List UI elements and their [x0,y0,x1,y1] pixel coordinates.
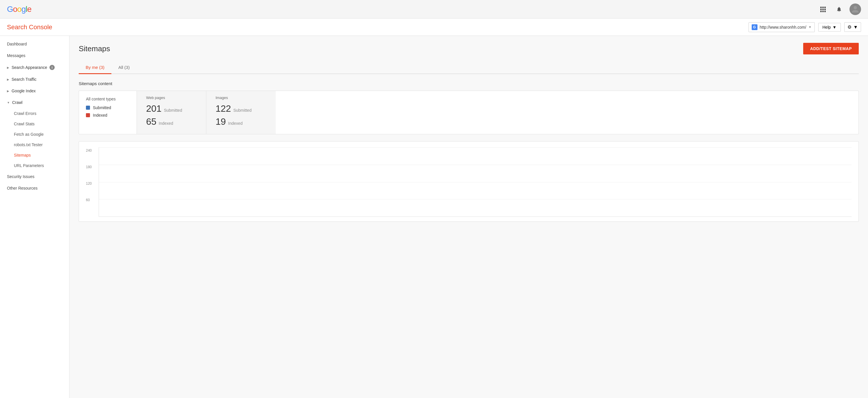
grid-line-top [99,147,851,148]
sidebar-item-other-resources[interactable]: Other Resources [0,182,69,194]
sidebar-sub-item-sitemaps[interactable]: Sitemaps [0,150,69,160]
chart-container: 240 180 120 60 [79,141,859,222]
web-pages-indexed-count: 65 [146,116,157,127]
chart-y-label-240: 240 [86,149,99,153]
url-parameters-label: URL Parameters [14,163,44,168]
legend-item-submitted: Submitted [86,105,130,110]
svg-rect-2 [824,7,826,8]
chart-y-label-120: 120 [86,182,99,186]
site-selector[interactable]: G http://www.sharonhh.com/ ▼ [748,22,815,32]
google-index-arrow: ▶ [7,89,9,93]
sidebar-item-google-index[interactable]: ▶ Google Index [0,85,69,97]
gear-icon: ⚙ [847,24,851,30]
user-avatar[interactable] [849,3,861,15]
grid-icon-button[interactable] [817,3,829,15]
sidebar-item-security-issues[interactable]: Security Issues [0,171,69,182]
sub-header: Search Console G http://www.sharonhh.com… [0,19,868,36]
sidebar-item-dashboard[interactable]: Dashboard [0,38,69,50]
legend-submitted-label: Submitted [93,105,111,110]
grid-line-75 [99,165,851,165]
search-appearance-arrow: ▶ [7,66,9,69]
svg-rect-8 [824,11,826,12]
search-appearance-info-icon[interactable]: i [50,65,55,70]
content-type-legend: All content types Submitted Indexed [79,91,137,134]
sidebar-item-messages[interactable]: Messages [0,50,69,61]
stat-images: Images 122 Submitted 19 Indexed [206,91,276,134]
top-header-right [817,3,861,15]
sidebar: Dashboard Messages ▶ Search Appearance i… [0,36,69,398]
images-indexed-row: 19 Indexed [216,116,267,127]
sidebar-item-search-traffic[interactable]: ▶ Search Traffic [0,73,69,85]
sidebar-item-crawl[interactable]: ▼ Crawl [0,97,69,108]
site-selector-chevron: ▼ [809,26,812,29]
sitemaps-label: Sitemaps [14,153,31,157]
chart-y-label-180: 180 [86,165,99,169]
messages-label: Messages [7,53,26,58]
submitted-dot [86,106,90,110]
sidebar-sub-item-robots-tester[interactable]: robots.txt Tester [0,140,69,150]
chart-y-label-60: 60 [86,198,99,202]
search-traffic-arrow: ▶ [7,78,9,81]
svg-rect-0 [820,7,822,8]
svg-rect-5 [824,9,826,10]
svg-rect-1 [822,7,824,8]
tab-all-label: All (3) [118,65,130,70]
logo-letter-o1: o [13,5,18,14]
images-submitted-row: 122 Submitted [216,103,267,114]
page-title: Sitemaps [79,44,110,53]
crawl-errors-label: Crawl Errors [14,111,36,116]
robots-tester-label: robots.txt Tester [14,143,42,147]
settings-button[interactable]: ⚙ ▼ [844,22,861,32]
crawl-label: Crawl [12,100,23,105]
logo-letter-g2: g [22,5,26,14]
settings-chevron: ▼ [853,25,858,30]
add-test-sitemap-button[interactable]: ADD/TEST SITEMAP [803,43,859,54]
logo-letter-e: e [27,5,32,14]
sidebar-sub-item-url-parameters[interactable]: URL Parameters [0,160,69,171]
search-appearance-label: Search Appearance [11,65,47,70]
google-logo: Google [7,5,31,14]
google-g-icon: G [752,24,757,30]
indexed-dot [86,113,90,117]
web-pages-submitted-label: Submitted [164,108,182,113]
web-pages-indexed-label: Indexed [159,121,173,126]
tab-all[interactable]: All (3) [112,61,136,74]
images-submitted-count: 122 [216,103,231,114]
sidebar-sub-item-crawl-errors[interactable]: Crawl Errors [0,108,69,119]
content-type-title: All content types [86,97,130,101]
images-indexed-label: Indexed [228,121,243,126]
sidebar-item-search-appearance[interactable]: ▶ Search Appearance i [0,61,69,73]
sitemaps-content-label: Sitemaps content [79,81,859,86]
google-index-label: Google Index [11,89,36,93]
web-pages-submitted-count: 201 [146,103,161,114]
tab-by-me-label: By me (3) [86,65,104,70]
grid-line-50 [99,182,851,182]
web-pages-submitted-row: 201 Submitted [146,103,197,114]
main-content: Sitemaps ADD/TEST SITEMAP By me (3) All … [69,36,868,398]
sidebar-sub-item-crawl-stats[interactable]: Crawl Stats [0,119,69,129]
logo-letter-o2: o [17,5,22,14]
sidebar-sub-item-fetch-as-google[interactable]: Fetch as Google [0,129,69,140]
crawl-stats-label: Crawl Stats [14,122,35,126]
images-type-label: Images [216,95,267,100]
images-submitted-label: Submitted [233,108,251,113]
legend-item-indexed: Indexed [86,113,130,118]
help-button[interactable]: Help ▼ [818,23,841,32]
tab-by-me[interactable]: By me (3) [79,61,112,74]
help-chevron: ▼ [832,25,836,30]
notification-bell-button[interactable] [833,3,845,15]
svg-rect-6 [820,11,822,12]
logo-letter-g: G [7,5,13,14]
page-header: Sitemaps ADD/TEST SITEMAP [79,43,859,54]
security-issues-label: Security Issues [7,174,34,179]
layout: Dashboard Messages ▶ Search Appearance i… [0,36,868,398]
crawl-arrow: ▼ [7,101,10,104]
content-types-container: All content types Submitted Indexed Web … [79,91,859,134]
site-url: http://www.sharonhh.com/ [760,25,806,30]
search-traffic-label: Search Traffic [11,77,36,82]
sub-header-right: G http://www.sharonhh.com/ ▼ Help ▼ ⚙ ▼ [748,22,861,32]
images-indexed-count: 19 [216,116,226,127]
svg-rect-7 [822,11,824,12]
legend-indexed-label: Indexed [93,113,107,118]
stat-web-pages: Web pages 201 Submitted 65 Indexed [137,91,206,134]
